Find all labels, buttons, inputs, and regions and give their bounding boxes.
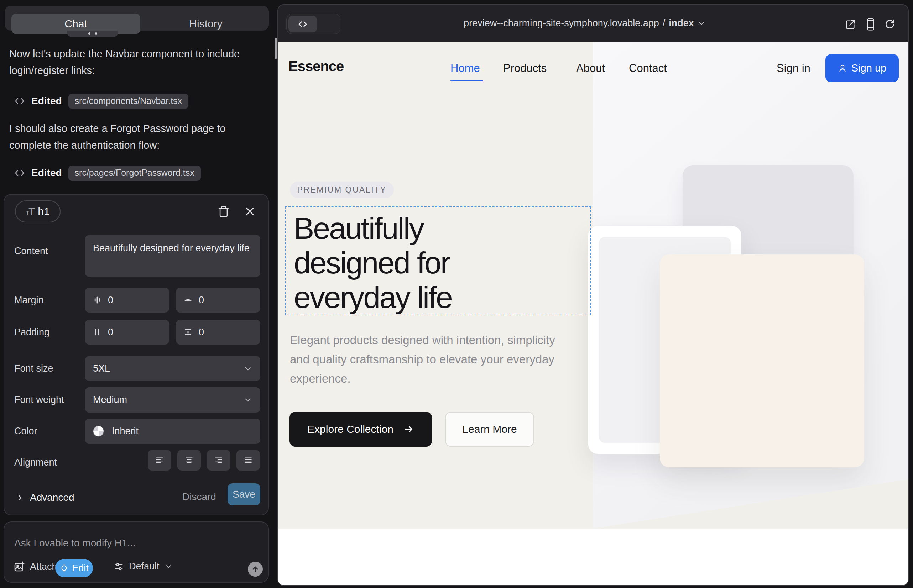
padding-y-input[interactable]: 0 [176, 320, 260, 344]
preview-window: preview--charming-site-symphony.lovable.… [277, 4, 909, 586]
margin-horizontal-icon [92, 295, 102, 305]
content-label: Content [14, 246, 48, 257]
sign-up-label: Sign up [851, 62, 886, 74]
chevron-down-icon [243, 364, 253, 373]
font-size-label: Font size [14, 363, 53, 374]
image-plus-icon [13, 561, 25, 572]
code-icon [14, 168, 25, 178]
chat-history-tabs: Chat History [5, 6, 269, 31]
font-size-value: 5XL [93, 363, 110, 374]
nav-active-underline [450, 80, 483, 81]
preview-path: index [669, 18, 694, 29]
close-icon[interactable] [243, 204, 257, 218]
chevron-down-icon [698, 19, 706, 27]
margin-y-value: 0 [199, 295, 204, 306]
site-logo[interactable]: Essence [288, 58, 344, 74]
url-bar[interactable]: preview--charming-site-symphony.lovable.… [464, 18, 706, 29]
open-in-new-tab-button[interactable] [843, 17, 858, 31]
attach-button[interactable]: Attach [13, 561, 57, 572]
nav-link-about[interactable]: About [576, 62, 605, 75]
target-icon [60, 564, 69, 573]
font-weight-label: Font weight [14, 394, 64, 405]
composer [3, 522, 269, 583]
explore-collection-button[interactable]: Explore Collection [290, 412, 432, 447]
content-input[interactable]: Beautifully designed for everyday life [85, 235, 260, 277]
margin-x-input[interactable]: 0 [85, 288, 169, 312]
chevron-down-icon [243, 396, 253, 405]
align-left-button[interactable] [148, 450, 171, 470]
nav-link-home[interactable]: Home [450, 62, 480, 75]
url-separator: / [663, 18, 665, 29]
hero-heading-line: Beautifully [294, 211, 452, 246]
arrow-up-icon [251, 565, 260, 573]
edit-mode-button[interactable]: Edit [55, 559, 93, 577]
sliders-icon [114, 562, 124, 572]
sign-up-button[interactable]: Sign up [826, 54, 899, 82]
tag-name: h1 [38, 205, 50, 218]
align-center-button[interactable] [177, 450, 201, 470]
edited-row: Edited src/pages/ForgotPassword.tsx [14, 165, 201, 181]
align-right-button[interactable] [207, 450, 230, 470]
arrow-right-icon [403, 424, 414, 435]
site-preview: Essence Home Products About Contact Sign… [278, 42, 908, 586]
refresh-button[interactable] [883, 17, 897, 31]
hero-badge: PREMIUM QUALITY [290, 181, 394, 198]
chat-message: I should also create a Forgot Password p… [9, 120, 264, 154]
preview-url: preview--charming-site-symphony.lovable.… [464, 18, 659, 29]
hero-heading-line: everyday life [294, 280, 452, 315]
attach-label: Attach [30, 561, 57, 572]
discard-button[interactable]: Discard [182, 491, 216, 502]
font-size-select[interactable]: 5XL [85, 356, 260, 381]
edited-label: Edited [31, 95, 62, 107]
file-chip[interactable]: src/components/Navbar.tsx [68, 94, 189, 109]
composer-input[interactable]: Ask Lovable to modify H1... [14, 538, 136, 549]
color-select[interactable]: Inherit [85, 418, 260, 444]
nav-link-contact[interactable]: Contact [629, 62, 667, 75]
save-button[interactable]: Save [228, 483, 260, 506]
font-weight-value: Medium [93, 394, 127, 405]
padding-vertical-icon [183, 327, 193, 337]
explore-collection-label: Explore Collection [307, 423, 393, 435]
advanced-toggle[interactable]: Advanced [16, 492, 74, 503]
preview-header: preview--charming-site-symphony.lovable.… [278, 5, 909, 42]
code-view-button[interactable] [288, 16, 317, 32]
site-section-below-hero [278, 528, 908, 586]
content-value: Beautifully designed for everyday life [93, 241, 249, 255]
color-swatch [93, 426, 104, 437]
padding-x-value: 0 [108, 327, 113, 338]
send-button[interactable] [248, 562, 263, 577]
edit-label: Edit [72, 563, 89, 574]
padding-horizontal-icon [92, 327, 102, 337]
delete-element-button[interactable] [217, 204, 231, 218]
align-justify-button[interactable] [236, 450, 260, 470]
default-label: Default [129, 561, 160, 572]
font-weight-select[interactable]: Medium [85, 387, 260, 412]
padding-x-input[interactable]: 0 [85, 320, 169, 344]
user-icon [838, 64, 847, 73]
tab-history[interactable]: History [140, 13, 271, 34]
save-label: Save [233, 489, 255, 500]
padding-label: Padding [14, 327, 50, 338]
refresh-icon [884, 18, 895, 30]
nav-link-products[interactable]: Products [503, 62, 547, 75]
hero-heading-line: designed for [294, 246, 452, 280]
margin-y-input[interactable]: 0 [176, 288, 260, 312]
margin-x-value: 0 [108, 295, 113, 306]
margin-label: Margin [14, 295, 44, 306]
learn-more-label: Learn More [462, 423, 517, 435]
hero-heading[interactable]: Beautifully designed for everyday life [294, 211, 452, 315]
lovable-app: Chat History Now let's update the Navbar… [0, 0, 913, 588]
learn-more-button[interactable]: Learn More [445, 412, 534, 447]
chat-scrollbar[interactable] [275, 38, 277, 59]
dot [88, 32, 91, 34]
color-label: Color [14, 426, 37, 437]
sign-in-link[interactable]: Sign in [777, 62, 811, 75]
model-default-select[interactable]: Default [114, 561, 172, 572]
dot [95, 32, 97, 34]
code-icon [14, 96, 25, 107]
file-chip[interactable]: src/pages/ForgotPassword.tsx [68, 165, 201, 181]
chevron-down-icon [165, 563, 172, 570]
advanced-label: Advanced [30, 492, 74, 503]
scrolled-chip-partial [67, 31, 118, 37]
mobile-view-button[interactable] [863, 17, 878, 31]
